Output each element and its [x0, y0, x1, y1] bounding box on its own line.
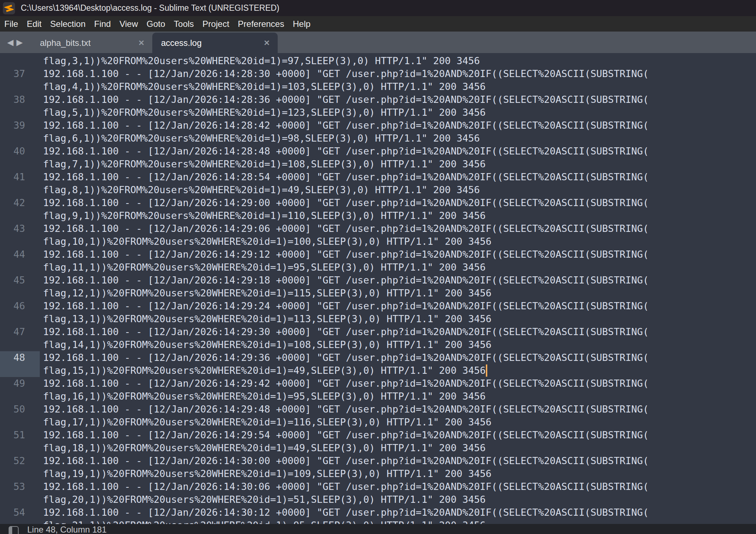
log-text[interactable]: 192.168.1.100 - - [12/Jan/2026:14:30:00 … — [40, 454, 649, 467]
log-row[interactable]: flag,5,1))%20FROM%20users%20WHERE%20id=1… — [0, 106, 756, 119]
log-text[interactable]: flag,5,1))%20FROM%20users%20WHERE%20id=1… — [40, 106, 485, 119]
log-row[interactable]: flag,15,1))%20FROM%20users%20WHERE%20id=… — [0, 364, 756, 377]
log-text[interactable]: 192.168.1.100 - - [12/Jan/2026:14:29:24 … — [40, 300, 649, 313]
menu-item-selection[interactable]: Selection — [46, 16, 90, 32]
menu-item-file[interactable]: File — [0, 16, 23, 32]
log-row[interactable]: flag,12,1))%20FROM%20users%20WHERE%20id=… — [0, 287, 756, 300]
line-number[interactable] — [0, 287, 40, 300]
close-tab-icon[interactable]: ✕ — [138, 39, 145, 47]
line-number[interactable] — [0, 338, 40, 351]
line-number[interactable] — [0, 132, 40, 145]
line-number[interactable]: 53 — [0, 480, 40, 493]
log-row[interactable]: flag,13,1))%20FROM%20users%20WHERE%20id=… — [0, 313, 756, 325]
log-row[interactable]: flag,7,1))%20FROM%20users%20WHERE%20id=1… — [0, 158, 756, 171]
line-number[interactable] — [0, 106, 40, 119]
log-text[interactable]: 192.168.1.100 - - [12/Jan/2026:14:30:12 … — [40, 506, 649, 519]
log-text[interactable]: 192.168.1.100 - - [12/Jan/2026:14:29:54 … — [40, 429, 649, 442]
log-text[interactable]: 192.168.1.100 - - [12/Jan/2026:14:29:48 … — [40, 403, 649, 416]
log-row[interactable]: 49192.168.1.100 - - [12/Jan/2026:14:29:4… — [0, 377, 756, 390]
log-text[interactable]: 192.168.1.100 - - [12/Jan/2026:14:29:42 … — [40, 377, 649, 390]
log-row[interactable]: 41192.168.1.100 - - [12/Jan/2026:14:28:5… — [0, 171, 756, 183]
line-number[interactable]: 46 — [0, 300, 40, 313]
log-row[interactable]: flag,14,1))%20FROM%20users%20WHERE%20id=… — [0, 338, 756, 351]
line-number[interactable]: 47 — [0, 325, 40, 338]
log-row[interactable]: 53192.168.1.100 - - [12/Jan/2026:14:30:0… — [0, 480, 756, 493]
log-row[interactable]: flag,4,1))%20FROM%20users%20WHERE%20id=1… — [0, 80, 756, 93]
log-text[interactable]: flag,17,1))%20FROM%20users%20WHERE%20id=… — [40, 416, 492, 429]
log-text[interactable]: flag,13,1))%20FROM%20users%20WHERE%20id=… — [40, 313, 492, 325]
log-row[interactable]: flag,20,1))%20FROM%20users%20WHERE%20id=… — [0, 493, 756, 506]
log-row[interactable]: 51192.168.1.100 - - [12/Jan/2026:14:29:5… — [0, 429, 756, 442]
log-row[interactable]: flag,18,1))%20FROM%20users%20WHERE%20id=… — [0, 442, 756, 454]
menu-item-project[interactable]: Project — [198, 16, 234, 32]
log-text[interactable]: flag,6,1))%20FROM%20users%20WHERE%20id=1… — [40, 132, 480, 145]
menu-item-view[interactable]: View — [115, 16, 142, 32]
tab-alpha-bits-txt[interactable]: alpha_bits.txt ✕ — [28, 33, 152, 53]
line-number[interactable] — [0, 313, 40, 325]
editor-area[interactable]: flag,3,1))%20FROM%20users%20WHERE%20id=1… — [0, 53, 756, 525]
line-number[interactable]: 54 — [0, 506, 40, 519]
log-row[interactable]: 50192.168.1.100 - - [12/Jan/2026:14:29:4… — [0, 403, 756, 416]
log-text[interactable]: flag,16,1))%20FROM%20users%20WHERE%20id=… — [40, 390, 485, 403]
line-number[interactable] — [0, 183, 40, 196]
tab-label[interactable]: access.log — [152, 38, 263, 48]
log-text[interactable]: flag,20,1))%20FROM%20users%20WHERE%20id=… — [40, 493, 485, 506]
line-number[interactable] — [0, 442, 40, 454]
line-number[interactable] — [0, 158, 40, 171]
log-row[interactable]: flag,10,1))%20FROM%20users%20WHERE%20id=… — [0, 235, 756, 248]
line-number[interactable]: 41 — [0, 171, 40, 183]
log-text[interactable]: 192.168.1.100 - - [12/Jan/2026:14:29:12 … — [40, 248, 649, 261]
log-text[interactable]: flag,10,1))%20FROM%20users%20WHERE%20id=… — [40, 235, 492, 248]
log-text[interactable]: flag,4,1))%20FROM%20users%20WHERE%20id=1… — [40, 80, 485, 93]
line-number[interactable]: 40 — [0, 145, 40, 158]
forward-arrow-icon[interactable]: ▶ — [16, 38, 23, 47]
log-row[interactable]: 42192.168.1.100 - - [12/Jan/2026:14:29:0… — [0, 196, 756, 209]
log-text[interactable]: 192.168.1.100 - - [12/Jan/2026:14:28:36 … — [40, 93, 649, 106]
line-number[interactable]: 37 — [0, 67, 40, 80]
line-number[interactable] — [0, 416, 40, 429]
menu-item-find[interactable]: Find — [90, 16, 115, 32]
log-row[interactable]: 45192.168.1.100 - - [12/Jan/2026:14:29:1… — [0, 274, 756, 287]
log-row[interactable]: flag,8,1))%20FROM%20users%20WHERE%20id=1… — [0, 183, 756, 196]
menu-item-edit[interactable]: Edit — [23, 16, 46, 32]
line-number[interactable] — [0, 364, 40, 377]
log-row[interactable]: flag,19,1))%20FROM%20users%20WHERE%20id=… — [0, 467, 756, 480]
log-text[interactable]: flag,11,1))%20FROM%20users%20WHERE%20id=… — [40, 261, 485, 274]
log-text[interactable]: 192.168.1.100 - - [12/Jan/2026:14:29:36 … — [40, 351, 649, 364]
line-number[interactable] — [0, 209, 40, 222]
log-text[interactable]: 192.168.1.100 - - [12/Jan/2026:14:29:30 … — [40, 325, 649, 338]
log-row[interactable]: 38192.168.1.100 - - [12/Jan/2026:14:28:3… — [0, 93, 756, 106]
tab-access-log[interactable]: access.log ✕ — [152, 33, 278, 53]
line-number[interactable] — [0, 493, 40, 506]
log-row[interactable]: 47192.168.1.100 - - [12/Jan/2026:14:29:3… — [0, 325, 756, 338]
line-number[interactable]: 52 — [0, 454, 40, 467]
line-number[interactable] — [0, 261, 40, 274]
line-number[interactable]: 43 — [0, 222, 40, 235]
menu-item-preferences[interactable]: Preferences — [234, 16, 288, 32]
log-text[interactable]: 192.168.1.100 - - [12/Jan/2026:14:29:18 … — [40, 274, 649, 287]
log-row[interactable]: flag,11,1))%20FROM%20users%20WHERE%20id=… — [0, 261, 756, 274]
log-text[interactable]: flag,8,1))%20FROM%20users%20WHERE%20id=1… — [40, 183, 480, 196]
log-text[interactable]: flag,19,1))%20FROM%20users%20WHERE%20id=… — [40, 467, 492, 480]
line-number[interactable]: 44 — [0, 248, 40, 261]
log-text[interactable]: 192.168.1.100 - - [12/Jan/2026:14:29:06 … — [40, 222, 649, 235]
log-text[interactable]: 192.168.1.100 - - [12/Jan/2026:14:28:30 … — [40, 67, 649, 80]
line-number[interactable] — [0, 467, 40, 480]
line-number[interactable] — [0, 235, 40, 248]
log-row[interactable]: flag,16,1))%20FROM%20users%20WHERE%20id=… — [0, 390, 756, 403]
log-row[interactable]: 40192.168.1.100 - - [12/Jan/2026:14:28:4… — [0, 145, 756, 158]
log-text[interactable]: 192.168.1.100 - - [12/Jan/2026:14:29:00 … — [40, 196, 649, 209]
log-row[interactable]: 39192.168.1.100 - - [12/Jan/2026:14:28:4… — [0, 119, 756, 132]
log-row[interactable]: flag,17,1))%20FROM%20users%20WHERE%20id=… — [0, 416, 756, 429]
close-tab-icon[interactable]: ✕ — [264, 39, 270, 47]
log-text[interactable]: flag,12,1))%20FROM%20users%20WHERE%20id=… — [40, 287, 492, 300]
log-row[interactable]: 54192.168.1.100 - - [12/Jan/2026:14:30:1… — [0, 506, 756, 519]
vintage-mode-icon[interactable] — [9, 526, 19, 534]
log-text[interactable]: 192.168.1.100 - - [12/Jan/2026:14:28:48 … — [40, 145, 649, 158]
log-text[interactable]: flag,7,1))%20FROM%20users%20WHERE%20id=1… — [40, 158, 485, 171]
line-number[interactable]: 38 — [0, 93, 40, 106]
log-row[interactable]: 37192.168.1.100 - - [12/Jan/2026:14:28:3… — [0, 67, 756, 80]
line-number[interactable]: 45 — [0, 274, 40, 287]
log-text[interactable]: flag,9,1))%20FROM%20users%20WHERE%20id=1… — [40, 209, 485, 222]
log-row[interactable]: flag,9,1))%20FROM%20users%20WHERE%20id=1… — [0, 209, 756, 222]
